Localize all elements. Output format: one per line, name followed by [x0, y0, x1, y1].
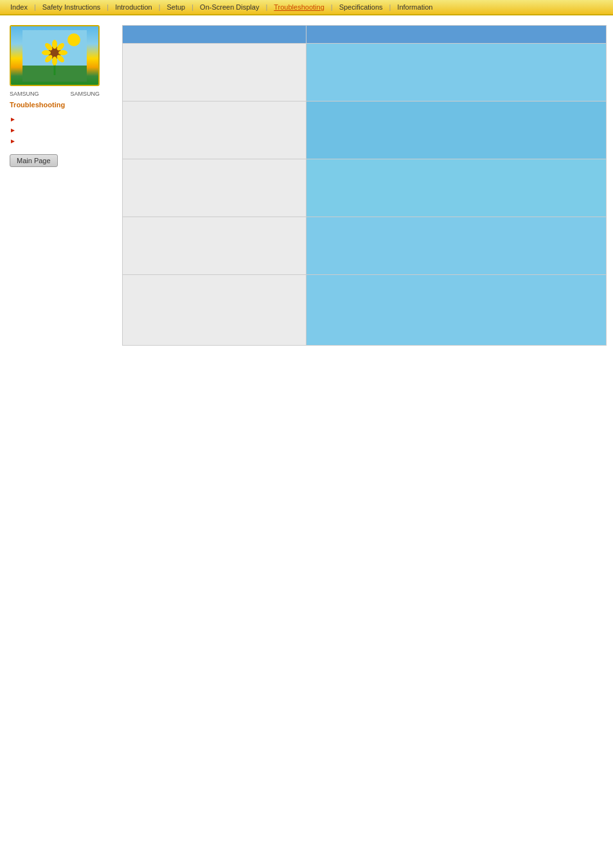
sidebar: SAMSUNG SAMSUNG Troubleshooting ► ► ► Ma…	[6, 22, 119, 346]
nav-sep-6: |	[330, 3, 334, 11]
sidebar-label-right: SAMSUNG	[70, 91, 100, 97]
table-cell-5-left	[123, 275, 306, 346]
sidebar-arrow-item-2[interactable]: ►	[10, 127, 19, 134]
nav-sep-2: |	[105, 3, 110, 11]
table-cell-3-right	[306, 159, 607, 217]
nav-sep-1: |	[33, 3, 37, 11]
sidebar-image-inner	[11, 26, 98, 85]
nav-sep-3: |	[157, 3, 162, 11]
sidebar-label-row: SAMSUNG SAMSUNG	[10, 91, 100, 97]
arrow-icon-1: ►	[10, 116, 16, 123]
table-cell-3-left	[123, 159, 306, 217]
nav-specifications[interactable]: Specifications	[334, 0, 388, 14]
sidebar-arrow-item-1[interactable]: ►	[10, 116, 19, 123]
nav-sep-5: |	[264, 3, 269, 11]
table-row-5	[123, 275, 607, 346]
table-cell-2-right	[306, 102, 607, 159]
table-row-2	[123, 102, 607, 159]
table-cell-1-right	[306, 44, 607, 102]
table-header-cell-left	[123, 26, 306, 44]
nav-index[interactable]: Index	[5, 0, 33, 14]
nav-sep-4: |	[190, 3, 195, 11]
table-cell-5-right	[306, 275, 607, 346]
table-row-4	[123, 217, 607, 275]
arrow-icon-2: ►	[10, 127, 16, 134]
svg-point-7	[58, 50, 67, 55]
nav-setup[interactable]: Setup	[161, 0, 190, 14]
sunflower-svg	[22, 30, 87, 82]
sidebar-title: Troubleshooting	[10, 101, 65, 109]
sidebar-label-left: SAMSUNG	[10, 91, 39, 97]
nav-information[interactable]: Information	[392, 0, 438, 14]
table-cell-4-right	[306, 217, 607, 275]
nav-sep-7: |	[388, 3, 393, 11]
main-page-button[interactable]: Main Page	[10, 154, 58, 167]
table-header-cell-right	[306, 26, 607, 44]
svg-point-11	[42, 50, 51, 55]
sidebar-arrow-item-3[interactable]: ►	[10, 137, 19, 145]
navigation-bar: Index | Safety Instructions | Introducti…	[0, 0, 613, 15]
main-content	[119, 22, 607, 346]
nav-safety-instructions[interactable]: Safety Instructions	[37, 0, 106, 14]
table-cell-1-left	[123, 44, 306, 102]
nav-introduction[interactable]: Introduction	[110, 0, 157, 14]
table-cell-2-left	[123, 102, 306, 159]
page-layout: SAMSUNG SAMSUNG Troubleshooting ► ► ► Ma…	[0, 15, 613, 352]
svg-point-5	[52, 40, 57, 49]
nav-on-screen-display[interactable]: On-Screen Display	[195, 0, 264, 14]
table-row-1	[123, 44, 607, 102]
svg-point-9	[52, 57, 57, 66]
content-table	[122, 25, 607, 346]
table-row-3	[123, 159, 607, 217]
sidebar-monitor-image	[10, 25, 100, 86]
table-cell-4-left	[123, 217, 306, 275]
table-header-row	[123, 26, 607, 44]
svg-point-2	[67, 33, 80, 46]
nav-troubleshooting[interactable]: Troubleshooting	[269, 0, 329, 14]
arrow-icon-3: ►	[10, 137, 16, 145]
